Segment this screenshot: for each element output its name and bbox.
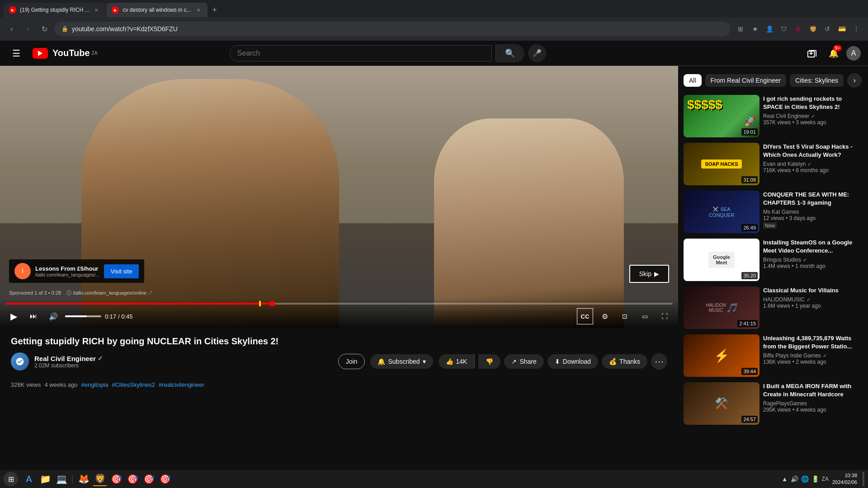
create-button[interactable] bbox=[803, 44, 821, 62]
thanks-label: Thanks bbox=[619, 358, 640, 365]
keyboard-layout-indicator[interactable]: ZA bbox=[822, 476, 829, 482]
start-button[interactable]: ⊞ bbox=[4, 472, 18, 486]
tab-close-2[interactable]: ✕ bbox=[195, 6, 202, 14]
search-button[interactable]: 🔍 bbox=[495, 44, 524, 62]
channel-avatar[interactable] bbox=[11, 352, 29, 371]
notifications-button[interactable]: 🔔 9+ bbox=[825, 44, 843, 62]
taskbar-app-7[interactable]: 🎯 bbox=[158, 472, 172, 486]
extensions-button[interactable]: ⊞ bbox=[734, 23, 747, 35]
new-tab-button[interactable]: + bbox=[208, 4, 221, 16]
tab-2[interactable]: ▶ cv destory all windows in c... ✕ bbox=[106, 3, 207, 17]
brave-icon[interactable]: 🦁 bbox=[807, 23, 819, 35]
rec-video-title: I got rich sending rockets to SPACE in C… bbox=[763, 95, 863, 111]
next-button[interactable]: ⏭ bbox=[25, 308, 42, 324]
channel-name-text: HALIDONMUSIC bbox=[763, 296, 805, 303]
channel-name-text: Bringus Studios bbox=[763, 257, 801, 263]
profile-button[interactable]: 👤 bbox=[763, 23, 776, 35]
skip-ad-button[interactable]: Skip ▶ bbox=[629, 265, 669, 283]
more-tools-icon[interactable]: ⋮ bbox=[850, 23, 863, 35]
verified-checkmark-icon: ✓ bbox=[98, 355, 103, 362]
hashtag-1[interactable]: #engitopia bbox=[81, 381, 108, 388]
like-count: 14K bbox=[456, 358, 467, 365]
video-duration: 26:49 bbox=[741, 224, 758, 231]
taskbar-app-2[interactable]: 📁 bbox=[38, 472, 52, 486]
star-button[interactable]: ★ bbox=[749, 23, 761, 35]
volume-tray-icon[interactable]: 🔊 bbox=[791, 475, 798, 483]
download-button[interactable]: ⬇ Download bbox=[547, 354, 598, 369]
rec-video-title: Classical Music for Villains bbox=[763, 286, 863, 295]
theater-mode-button[interactable]: ▭ bbox=[637, 308, 653, 324]
chip-from-rce[interactable]: From Real Civil Engineer bbox=[705, 74, 787, 87]
more-actions-button[interactable]: ⋯ bbox=[651, 353, 667, 370]
recommended-video-item[interactable]: $$$$$🚀 19:01 I got rich sending rockets … bbox=[684, 95, 863, 137]
thanks-button[interactable]: 💰 Thanks bbox=[602, 354, 647, 369]
subscribed-button[interactable]: 🔔 Subscribed ▾ bbox=[370, 354, 433, 369]
channel-name-text: Evan and Katelyn bbox=[763, 161, 806, 167]
like-button[interactable]: 👍 14K bbox=[439, 354, 475, 369]
time-display: 0:17 / 0:45 bbox=[105, 313, 132, 320]
hashtag-3[interactable]: #realcivilengineer bbox=[159, 381, 204, 388]
rec-video-title: CONQUER THE SEA WITH ME: CHAPTERS 1-3 #g… bbox=[763, 191, 863, 207]
youtube-logo[interactable]: YouTube ZA bbox=[33, 48, 97, 59]
subtitles-button[interactable]: CC bbox=[577, 308, 593, 324]
user-avatar[interactable]: A bbox=[846, 46, 861, 61]
recommended-video-item[interactable]: SOAP HACKS 31:08 DIYers Test 5 Viral Soa… bbox=[684, 143, 863, 185]
recommended-video-item[interactable]: ⚡ 39:44 Unleashing 4,389,735,879 Watts f… bbox=[684, 334, 863, 377]
hashtag-2[interactable]: #CitiesSkylines2 bbox=[112, 381, 155, 388]
shield-icon[interactable]: 🛡 bbox=[778, 23, 790, 35]
search-input[interactable] bbox=[230, 46, 491, 61]
volume-slider[interactable] bbox=[65, 315, 101, 317]
taskbar-app-3[interactable]: 💻 bbox=[54, 472, 69, 486]
address-bar[interactable]: 🔒 youtube.com/watch?v=KdzfX5D6FZU bbox=[54, 22, 731, 36]
taskbar-app-5[interactable]: 🎯 bbox=[125, 472, 140, 486]
taskbar-app-6[interactable]: 🎯 bbox=[142, 472, 156, 486]
recommended-video-item[interactable]: ⚔️ SEACONQUER 26:49 CONQUER THE SEA WITH… bbox=[684, 191, 863, 233]
miniplayer-button[interactable]: ⊡ bbox=[617, 308, 633, 324]
chip-all[interactable]: All bbox=[684, 74, 702, 87]
clock-time: 10:38 bbox=[832, 472, 857, 479]
video-frame bbox=[0, 66, 678, 328]
search-bar[interactable] bbox=[230, 45, 492, 61]
taskbar: ⊞ A 📁 💻 🦊 🦁 🎯 🎯 🎯 🎯 ▲ 🔊 🌐 🔋 ZA 10:38 202… bbox=[0, 470, 868, 488]
recommended-video-item[interactable]: ⚒️ 24:57 I Built a MEGA IRON FARM with C… bbox=[684, 382, 863, 425]
back-button[interactable]: ‹ bbox=[5, 23, 18, 35]
video-player[interactable]: i Lessons From £5/hour italki.com/learn_… bbox=[0, 66, 678, 328]
rec-channel-name: Real Civil Engineer ✓ bbox=[763, 113, 863, 119]
taskbar-app-4[interactable]: 🎯 bbox=[109, 472, 123, 486]
show-desktop-button[interactable] bbox=[863, 472, 864, 486]
share-label: Share bbox=[519, 358, 536, 365]
voice-search-button[interactable]: 🎤 bbox=[528, 44, 546, 62]
volume-button[interactable]: 🔊 bbox=[45, 308, 61, 324]
taskbar-app-1[interactable]: A bbox=[22, 472, 36, 486]
network-icon[interactable]: 🌐 bbox=[801, 475, 809, 483]
join-button[interactable]: Join bbox=[338, 354, 365, 369]
play-pause-button[interactable]: ▶ bbox=[5, 308, 22, 324]
wallet-icon[interactable]: 💳 bbox=[835, 23, 848, 35]
dislike-button[interactable]: 👎 bbox=[478, 354, 500, 369]
recommended-video-item[interactable]: GoogleMeet 35:20 Installing SteamOS on a… bbox=[684, 239, 863, 281]
tray-expand-icon[interactable]: ▲ bbox=[782, 475, 788, 483]
fullscreen-button[interactable]: ⛶ bbox=[656, 308, 673, 324]
tab-youtube-active[interactable]: ▶ (19) Getting stupidly RICH ... ✕ bbox=[4, 3, 105, 17]
share-button[interactable]: ↗ Share bbox=[504, 354, 543, 369]
visit-site-button[interactable]: Visit site bbox=[104, 264, 138, 278]
taskbar-app-brave[interactable]: 🦁 bbox=[93, 472, 107, 486]
video-duration: 19:01 bbox=[741, 128, 758, 136]
sync-icon[interactable]: ↺ bbox=[821, 23, 834, 35]
tab-close-1[interactable]: ✕ bbox=[93, 6, 100, 14]
ad-marker bbox=[259, 301, 261, 306]
progress-bar[interactable] bbox=[5, 303, 673, 305]
filter-chips-arrow[interactable]: › bbox=[847, 73, 862, 88]
hamburger-menu-button[interactable]: ☰ bbox=[7, 44, 25, 62]
taskbar-app-firefox[interactable]: 🦊 bbox=[76, 472, 91, 486]
system-clock[interactable]: 10:38 2024/02/06 bbox=[832, 472, 857, 486]
battery-icon[interactable]: 🔋 bbox=[811, 475, 819, 483]
channel-name[interactable]: Real Civil Engineer ✓ bbox=[34, 355, 333, 362]
forward-button[interactable]: › bbox=[22, 23, 34, 35]
reload-button[interactable]: ↻ bbox=[38, 23, 51, 35]
ad-block-icon[interactable]: ⊘ bbox=[792, 23, 805, 35]
channel-row: Real Civil Engineer ✓ 2.02M subscribers … bbox=[11, 352, 667, 371]
chip-cities-skylines[interactable]: Cities: Skylines bbox=[790, 74, 844, 87]
recommended-video-item[interactable]: HALIDONMUSIC🎵 2:41:15 Classical Music fo… bbox=[684, 286, 863, 329]
settings-button[interactable]: ⚙ bbox=[597, 308, 613, 324]
